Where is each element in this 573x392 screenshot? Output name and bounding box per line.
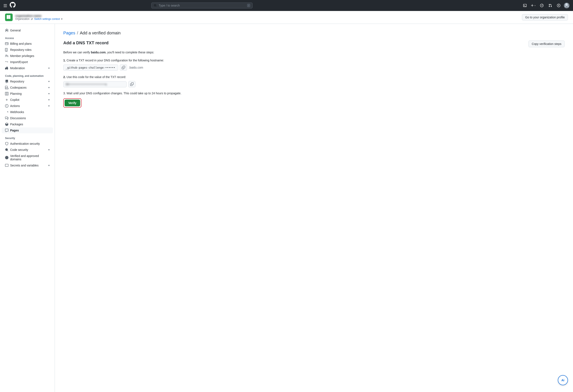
repo-icon <box>5 80 8 83</box>
sidebar-item-packages[interactable]: Packages <box>2 121 53 127</box>
webhooks-icon <box>5 110 8 114</box>
plus-button[interactable] <box>530 2 537 9</box>
hostname-value: _github-pages-challenge-•••••• <box>66 66 115 69</box>
txt-value-row: 99••••••••••••••••••••••e <box>63 81 565 87</box>
import-icon <box>5 60 8 64</box>
sidebar-repo-roles-label: Repository roles <box>10 48 31 52</box>
sidebar-webhooks-label: Webhooks <box>10 110 24 114</box>
step-1-label: 1. Create a TXT record in your DNS confi… <box>63 58 565 63</box>
verify-button[interactable]: Verify <box>65 100 80 106</box>
verified-icon <box>5 156 8 159</box>
org-name: organization-name <box>15 14 62 18</box>
activity-button[interactable] <box>538 2 545 9</box>
hostname-input: _github-pages-challenge-•••••• <box>63 65 118 71</box>
sidebar-packages-label: Packages <box>10 123 23 126</box>
sidebar-member-label: Member privileges <box>10 54 34 58</box>
switch-chevron: ▾ <box>61 18 62 20</box>
sidebar-item-planning[interactable]: Planning ▾ <box>2 91 53 97</box>
code-sec-icon <box>5 148 8 151</box>
sidebar-item-webhooks[interactable]: Webhooks <box>2 109 53 115</box>
sidebar-verified-label: Verified and approved domains <box>10 154 50 161</box>
sidebar-repo-label: Repository <box>10 80 24 83</box>
codespaces-chevron: ▾ <box>48 86 50 89</box>
sidebar-item-moderation[interactable]: Moderation ▾ <box>2 65 53 71</box>
step-3-text: 3. Wait until your DNS configuration cha… <box>63 91 565 95</box>
copy-verification-steps-button[interactable]: Copy verification steps <box>528 40 565 47</box>
planning-icon <box>5 92 8 95</box>
sidebar-discussions-label: Discussions <box>10 116 26 120</box>
step-3: 3. Wait until your DNS configuration cha… <box>63 91 565 107</box>
sidebar-item-general[interactable]: General <box>2 27 53 33</box>
breadcrumb: Pages / Add a verified domain <box>63 31 565 36</box>
search-input[interactable] <box>159 4 245 7</box>
sidebar-item-repository-roles[interactable]: Repository roles <box>2 47 53 53</box>
txt-value-input: 99••••••••••••••••••••••e <box>63 81 126 87</box>
sidebar-billing-label: Billing and plans <box>10 42 32 45</box>
switch-settings-link[interactable]: Switch settings context <box>34 18 60 20</box>
planning-chevron: ▾ <box>48 92 50 95</box>
sidebar-auth-label: Authentication security <box>10 142 40 145</box>
layout: General Access Billing and plans Reposit… <box>0 24 573 392</box>
sidebar-copilot-label: Copilot <box>10 98 19 102</box>
topnav-actions <box>521 2 570 9</box>
sidebar-item-verified-domains[interactable]: Verified and approved domains <box>2 153 53 162</box>
org-header: organization-name Organization ⇄ Switch … <box>0 11 573 24</box>
inbox-button[interactable] <box>555 2 562 9</box>
sidebar-item-pages[interactable]: Pages <box>2 127 53 133</box>
steps-intro: Before we can verify baidu.com, you'll n… <box>63 51 565 54</box>
sidebar-item-authentication-security[interactable]: Authentication security <box>2 141 53 147</box>
sidebar-item-import-export[interactable]: Import/Export <box>2 59 53 65</box>
sidebar-item-code-security[interactable]: Code security ▾ <box>2 147 53 153</box>
search-bar[interactable]: / <box>151 2 252 8</box>
copy-txt-value-button[interactable] <box>128 81 135 87</box>
sidebar-codespaces-label: Codespaces <box>10 86 27 89</box>
hostname-suffix: .baidu.com <box>129 66 143 69</box>
actions-chevron: ▾ <box>48 105 50 107</box>
secrets-chevron: ▾ <box>48 164 50 167</box>
sidebar-code-sec-label: Code security <box>10 148 28 151</box>
txt-value: 99••••••••••••••••••••••e <box>66 83 107 86</box>
secrets-icon <box>5 164 8 167</box>
org-logo <box>5 14 13 21</box>
copy-hostname-button[interactable] <box>120 64 127 71</box>
hamburger-button[interactable] <box>3 3 7 8</box>
topnav: / <box>0 0 573 11</box>
sidebar: General Access Billing and plans Reposit… <box>0 24 55 392</box>
step-2: 2. Use this code for the value of the TX… <box>63 75 565 87</box>
billing-icon <box>5 42 8 45</box>
org-profile-button[interactable]: Go to your organization profile <box>522 14 568 20</box>
repo-roles-icon <box>5 48 8 52</box>
sidebar-item-secrets-and-variables[interactable]: Secrets and variables ▾ <box>2 162 53 168</box>
sidebar-import-label: Import/Export <box>10 60 28 64</box>
sidebar-item-member-privileges[interactable]: Member privileges <box>2 53 53 59</box>
sidebar-secrets-label: Secrets and variables <box>10 164 39 167</box>
ai-assistant-badge[interactable]: Ai <box>558 375 568 385</box>
sidebar-item-billing-and-plans[interactable]: Billing and plans <box>2 41 53 47</box>
copilot-chevron: ▾ <box>48 98 50 101</box>
dns-record-row: _github-pages-challenge-•••••• .baidu.co… <box>63 64 565 71</box>
step-1: 1. Create a TXT record in your DNS confi… <box>63 58 565 71</box>
sidebar-item-repository[interactable]: Repository ▾ <box>2 78 53 84</box>
main-content: Pages / Add a verified domain Add a DNS … <box>55 24 573 392</box>
actions-icon <box>5 104 8 107</box>
sidebar-actions-label: Actions <box>10 104 20 107</box>
sidebar-planning-label: Planning <box>10 92 22 95</box>
breadcrumb-link[interactable]: Pages <box>63 31 75 36</box>
avatar[interactable] <box>564 2 570 8</box>
step-3-label: Wait until your DNS configuration change… <box>67 91 181 95</box>
sidebar-item-codespaces[interactable]: Codespaces ▾ <box>2 85 53 90</box>
step-2-label: 2. Use this code for the value of the TX… <box>63 75 565 79</box>
pull-request-button[interactable] <box>547 2 554 9</box>
breadcrumb-separator: / <box>77 31 78 36</box>
terminal-button[interactable] <box>521 2 528 9</box>
github-logo <box>10 2 16 9</box>
sidebar-item-discussions[interactable]: Discussions <box>2 115 53 121</box>
sidebar-item-actions[interactable]: Actions ▾ <box>2 103 53 109</box>
sidebar-item-copilot[interactable]: Copilot ▾ <box>2 97 53 103</box>
sidebar-pages-label: Pages <box>10 129 19 132</box>
code-section-label: Code, planning, and automation <box>0 73 55 78</box>
member-icon <box>5 54 8 58</box>
section-header: Add a DNS TXT record Copy verification s… <box>63 40 565 47</box>
section-title: Add a DNS TXT record <box>63 40 108 45</box>
auth-icon <box>5 142 8 145</box>
